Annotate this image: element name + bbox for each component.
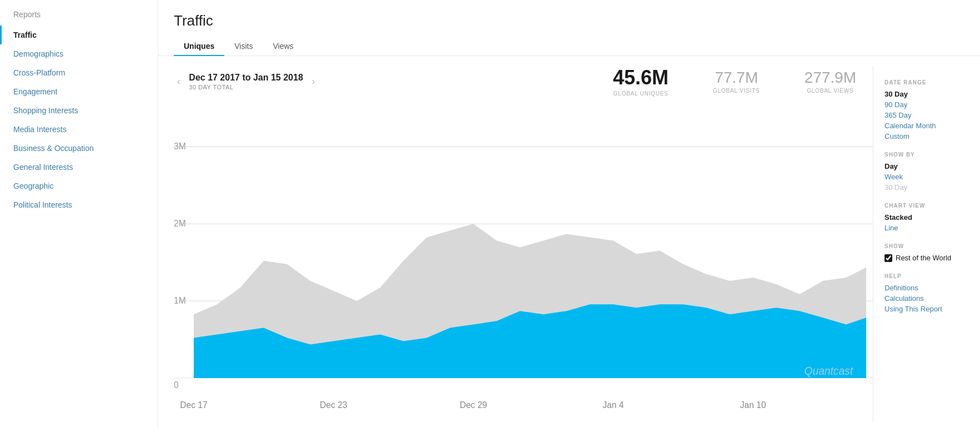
chart-view-section: Chart View StackedLine [884, 203, 964, 233]
show-by-option-week[interactable]: Week [884, 172, 964, 182]
page-title: Traffic [174, 12, 964, 29]
show-by-option-day[interactable]: Day [884, 161, 964, 172]
help-section: Help DefinitionsCalculationsUsing This R… [884, 273, 964, 314]
show-by-options: DayWeek30 Day [884, 161, 964, 193]
date-range-section: Date Range 30 Day90 Day365 DayCalendar M… [884, 79, 964, 142]
svg-text:Jan 4: Jan 4 [602, 400, 624, 410]
tab-views[interactable]: Views [263, 37, 303, 56]
date-range-option-30-day[interactable]: 30 Day [884, 89, 964, 99]
show-title: Show [884, 243, 964, 249]
main-content: Traffic UniquesVisitsViews ‹ Dec 17 2017… [158, 0, 980, 428]
show-section: Show Rest of the World [884, 243, 964, 263]
date-range-block: Dec 17 2017 to Jan 15 2018 30 Day Total [189, 73, 303, 90]
chart-container: ‹ Dec 17 2017 to Jan 15 2018 30 Day Tota… [174, 66, 873, 422]
right-panel: Date Range 30 Day90 Day365 DayCalendar M… [873, 66, 964, 422]
help-options: DefinitionsCalculationsUsing This Report [884, 283, 964, 314]
reports-header: Reports [0, 10, 158, 26]
sidebar-item-business-occupation[interactable]: Business & Occupation [0, 139, 158, 158]
show-by-section: Show By DayWeek30 Day [884, 152, 964, 193]
help-option-using-this-report[interactable]: Using This Report [884, 304, 964, 314]
show-by-option-30-day: 30 Day [884, 182, 964, 193]
sidebar-item-media-interests[interactable]: Media Interests [0, 120, 158, 139]
help-title: Help [884, 273, 964, 279]
chart-wrapper: 3M 2M 1M 0 Dec 17 Dec 23 Dec 29 Jan 4 Ja… [174, 107, 873, 428]
sidebar-item-general-interests[interactable]: General Interests [0, 158, 158, 177]
svg-text:2M: 2M [174, 219, 186, 228]
main-header: Traffic UniquesVisitsViews [158, 0, 980, 56]
date-nav: ‹ Dec 17 2017 to Jan 15 2018 30 Day Tota… [174, 73, 318, 90]
sidebar-item-engagement[interactable]: Engagement [0, 82, 158, 101]
global-uniques-value: 45.6M [613, 66, 669, 89]
chart-section: ‹ Dec 17 2017 to Jan 15 2018 30 Day Tota… [158, 56, 980, 428]
date-range-sub: 30 Day Total [189, 84, 303, 90]
date-range-title: Date Range [884, 79, 964, 85]
global-uniques-label: Global Uniques [613, 90, 669, 97]
stats-row: ‹ Dec 17 2017 to Jan 15 2018 30 Day Tota… [174, 66, 873, 97]
tab-visits[interactable]: Visits [224, 37, 263, 56]
date-range-option-90-day[interactable]: 90 Day [884, 99, 964, 110]
global-visits-stat: 77.7M Global Visits [696, 69, 777, 94]
svg-text:Jan 10: Jan 10 [740, 400, 766, 410]
rest-of-world-checkbox-row: Rest of the World [884, 253, 964, 263]
date-range-options: 30 Day90 Day365 DayCalendar MonthCustom [884, 89, 964, 142]
sidebar: Reports TrafficDemographicsCross-Platfor… [0, 0, 158, 428]
help-option-calculations[interactable]: Calculations [884, 293, 964, 304]
date-range-option-365-day[interactable]: 365 Day [884, 110, 964, 120]
rest-of-world-label[interactable]: Rest of the World [896, 254, 951, 262]
prev-arrow[interactable]: ‹ [174, 74, 183, 89]
svg-text:1M: 1M [174, 296, 186, 305]
global-visits-label: Global Visits [713, 88, 760, 94]
chart-view-option-line[interactable]: Line [884, 223, 964, 233]
sidebar-item-shopping-interests[interactable]: Shopping Interests [0, 101, 158, 120]
global-views-label: Global Views [805, 88, 856, 94]
sidebar-item-political-interests[interactable]: Political Interests [0, 195, 158, 214]
svg-text:Quantcast: Quantcast [805, 365, 854, 377]
show-by-title: Show By [884, 152, 964, 158]
tab-uniques[interactable]: Uniques [174, 37, 224, 56]
sidebar-items: TrafficDemographicsCross-PlatformEngagem… [0, 26, 158, 214]
global-views-stat: 277.9M Global Views [788, 69, 873, 94]
date-range-option-custom[interactable]: Custom [884, 131, 964, 142]
svg-text:Dec 29: Dec 29 [460, 400, 487, 410]
chart-view-options: StackedLine [884, 212, 964, 233]
help-option-definitions[interactable]: Definitions [884, 283, 964, 293]
date-range-text: Dec 17 2017 to Jan 15 2018 [189, 73, 303, 83]
rest-of-world-checkbox[interactable] [884, 254, 892, 262]
svg-text:3M: 3M [174, 142, 186, 151]
sidebar-item-demographics[interactable]: Demographics [0, 44, 158, 63]
svg-text:0: 0 [174, 380, 179, 390]
svg-text:Dec 23: Dec 23 [320, 400, 347, 410]
global-views-value: 277.9M [805, 69, 856, 87]
chart-view-option-stacked[interactable]: Stacked [884, 212, 964, 223]
main-tabs: UniquesVisitsViews [174, 37, 964, 56]
chart-view-title: Chart View [884, 203, 964, 209]
traffic-chart: 3M 2M 1M 0 Dec 17 Dec 23 Dec 29 Jan 4 Ja… [174, 107, 873, 428]
sidebar-item-cross-platform[interactable]: Cross-Platform [0, 63, 158, 82]
svg-text:Dec 17: Dec 17 [180, 400, 207, 410]
global-visits-value: 77.7M [713, 69, 760, 87]
sidebar-item-traffic[interactable]: Traffic [0, 26, 158, 44]
global-uniques-stat: 45.6M Global Uniques [596, 66, 685, 97]
date-range-option-calendar-month[interactable]: Calendar Month [884, 120, 964, 131]
sidebar-item-geographic[interactable]: Geographic [0, 177, 158, 195]
next-arrow[interactable]: › [309, 74, 318, 89]
